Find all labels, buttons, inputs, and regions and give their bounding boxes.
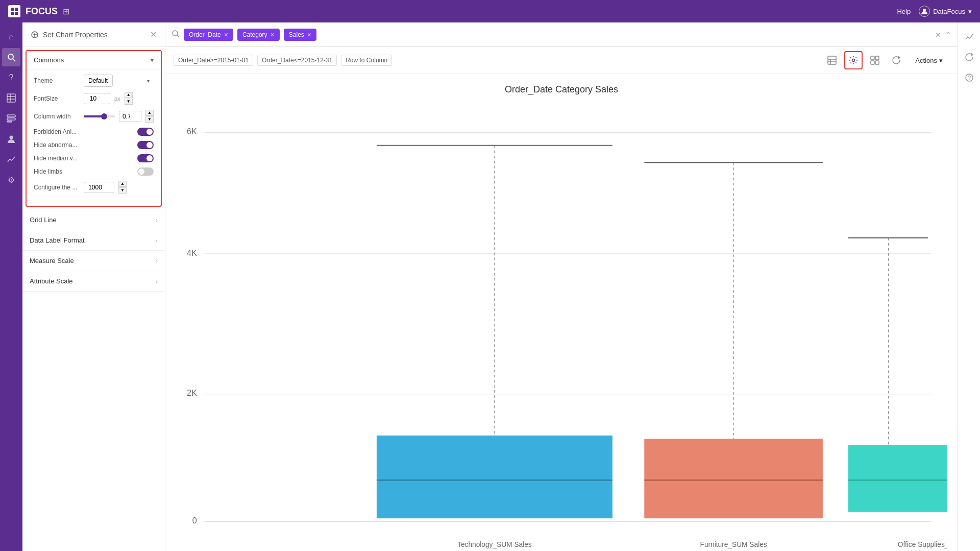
- svg-rect-28: [875, 61, 879, 64]
- sidebar-item-table[interactable]: [2, 89, 20, 107]
- hide-limbs-label: Hide limbs: [34, 168, 62, 175]
- commons-section: Commons ▾ Theme Default FontSize: [26, 50, 162, 207]
- grid-line-section[interactable]: Grid Line ›: [22, 210, 165, 230]
- data-label-format-arrow: ›: [156, 237, 158, 244]
- gear-settings-button[interactable]: [844, 51, 863, 69]
- column-width-slider[interactable]: [84, 115, 115, 117]
- grid-view-button[interactable]: [866, 51, 884, 69]
- slider-track[interactable]: [84, 115, 115, 117]
- commons-section-title: Commons: [34, 56, 64, 64]
- fontsize-unit: px: [114, 95, 120, 102]
- search-clear-icon[interactable]: ✕: [935, 31, 941, 39]
- chart-toolbar-left: Order_Date>=2015-01-01 Order_Date<=2015-…: [174, 55, 392, 66]
- search-tag-category[interactable]: Category ×: [237, 29, 280, 41]
- svg-rect-20: [828, 56, 836, 64]
- user-menu[interactable]: DataFocus ▾: [919, 6, 972, 17]
- column-width-stepper[interactable]: ▲ ▼: [145, 110, 154, 123]
- row-to-column-button[interactable]: Row to Column: [341, 55, 392, 66]
- svg-point-24: [852, 59, 855, 62]
- fontsize-stepper[interactable]: ▲ ▼: [125, 92, 133, 105]
- hide-abnormal-toggle[interactable]: [137, 141, 154, 149]
- theme-select-wrapper: Default: [84, 75, 154, 87]
- hide-limbs-toggle[interactable]: [137, 167, 154, 176]
- app-logo-text: FOCUS: [26, 6, 58, 17]
- content-area: Order_Date × Category × Sales × ✕ ⌃ O: [165, 22, 958, 551]
- forbidden-anim-toggle[interactable]: [137, 128, 154, 136]
- topbar-right: Help DataFocus ▾: [897, 6, 972, 17]
- fontsize-input[interactable]: [84, 93, 110, 104]
- chart-toolbar: Order_Date>=2015-01-01 Order_Date<=2015-…: [165, 47, 958, 74]
- column-width-decrement[interactable]: ▼: [145, 116, 154, 123]
- y-label-6k: 6K: [187, 127, 197, 136]
- svg-line-6: [13, 59, 15, 61]
- search-expand-icon[interactable]: ⌃: [945, 31, 951, 39]
- search-tag-order-date-text: Order_Date: [189, 31, 221, 38]
- svg-rect-1: [15, 8, 18, 11]
- theme-select[interactable]: Default: [84, 75, 113, 87]
- hide-median-label: Hide median v...: [34, 155, 78, 162]
- column-width-increment[interactable]: ▲: [145, 110, 154, 116]
- measure-scale-section[interactable]: Measure Scale ›: [22, 251, 165, 271]
- sidebar-item-home[interactable]: ⌂: [2, 28, 20, 46]
- svg-rect-3: [15, 12, 18, 15]
- fontsize-label: FontSize: [34, 95, 80, 102]
- sidebar-item-search[interactable]: [2, 48, 20, 66]
- sidebar-item-person[interactable]: [2, 130, 20, 148]
- new-tab-icon[interactable]: ⊞: [63, 7, 69, 16]
- attribute-scale-section[interactable]: Attribute Scale ›: [22, 271, 165, 292]
- commons-collapse-arrow: ▾: [151, 57, 154, 64]
- svg-rect-0: [11, 8, 14, 11]
- actions-menu-button[interactable]: Actions ▾: [909, 53, 949, 68]
- sidebar-item-list[interactable]: [2, 109, 20, 128]
- grid-line-label: Grid Line: [30, 216, 57, 224]
- svg-rect-11: [7, 115, 15, 117]
- hide-limbs-row: Hide limbs: [34, 167, 154, 176]
- configure-increment[interactable]: ▲: [118, 181, 127, 187]
- fontsize-increment[interactable]: ▲: [125, 92, 133, 98]
- search-tag-order-date-close[interactable]: ×: [224, 31, 228, 39]
- column-width-input[interactable]: [119, 111, 141, 122]
- hide-abnormal-label: Hide abnorma...: [34, 141, 77, 149]
- slider-thumb[interactable]: [101, 113, 107, 119]
- configure-decrement[interactable]: ▼: [118, 187, 127, 194]
- search-bar: Order_Date × Category × Sales × ✕ ⌃: [165, 22, 958, 47]
- svg-point-14: [10, 136, 13, 139]
- right-line-chart-button[interactable]: [960, 28, 978, 46]
- configure-input[interactable]: [84, 182, 114, 193]
- y-label-0: 0: [192, 516, 197, 525]
- search-tag-sales[interactable]: Sales ×: [284, 29, 316, 41]
- column-width-row: Column width ▲ ▼: [34, 110, 154, 123]
- box2-rect: [644, 439, 823, 518]
- right-refresh-button[interactable]: [960, 48, 978, 66]
- data-label-format-section[interactable]: Data Label Format ›: [22, 230, 165, 251]
- theme-row: Theme Default: [34, 75, 154, 87]
- topbar-left: FOCUS ⊞: [8, 5, 69, 17]
- logo-icon: [8, 5, 20, 17]
- right-help-button[interactable]: ?: [960, 68, 978, 87]
- search-tag-order-date[interactable]: Order_Date ×: [184, 29, 233, 41]
- forbidden-anim-label: Forbidden Ani...: [34, 128, 77, 135]
- fontsize-decrement[interactable]: ▼: [125, 99, 133, 105]
- search-tag-category-text: Category: [242, 31, 267, 38]
- help-link[interactable]: Help: [897, 8, 911, 15]
- table-view-button[interactable]: [823, 51, 841, 69]
- grid-line-arrow: ›: [156, 217, 158, 223]
- hide-median-toggle[interactable]: [137, 154, 154, 162]
- refresh-chart-button[interactable]: [887, 51, 905, 69]
- search-tag-sales-close[interactable]: ×: [307, 31, 311, 39]
- sidebar-item-analytics[interactable]: [2, 150, 20, 169]
- chart-svg: 6K 4K 2K 0 Technology_SUM Sales: [176, 110, 947, 551]
- attribute-scale-arrow: ›: [156, 278, 158, 284]
- search-tag-category-close[interactable]: ×: [271, 31, 275, 39]
- filter-order-date-end[interactable]: Order_Date<=2015-12-31: [257, 55, 337, 66]
- sidebar-item-settings[interactable]: ⚙: [2, 171, 20, 189]
- fontsize-row: FontSize px ▲ ▼: [34, 92, 154, 105]
- filter-order-date-start[interactable]: Order_Date>=2015-01-01: [174, 55, 253, 66]
- box1-xlabel: Technology_SUM Sales: [457, 541, 532, 548]
- commons-section-header[interactable]: Commons ▾: [27, 51, 161, 69]
- sidebar-item-help[interactable]: ?: [2, 68, 20, 87]
- panel-close-button[interactable]: ✕: [150, 30, 157, 39]
- svg-point-5: [8, 54, 13, 59]
- configure-stepper[interactable]: ▲ ▼: [118, 181, 127, 194]
- panel-header-left: Set Chart Properties: [31, 31, 108, 39]
